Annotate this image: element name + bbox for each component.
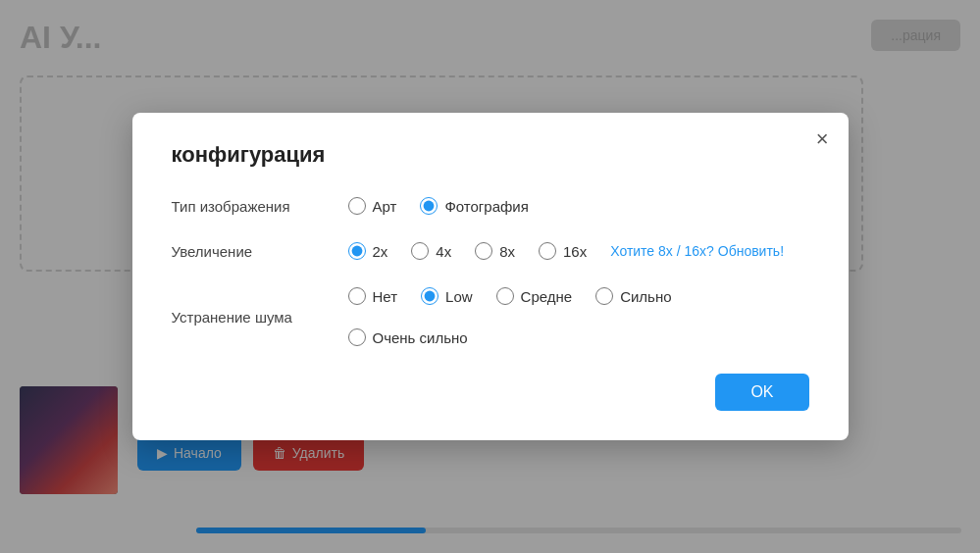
2x-option[interactable]: 2x: [348, 242, 388, 260]
config-dialog: конфигурация × Тип изображения Арт Фотог…: [132, 113, 849, 440]
noise-high-radio[interactable]: [595, 287, 613, 305]
noise-high-option[interactable]: Сильно: [595, 287, 671, 305]
2x-radio[interactable]: [348, 242, 366, 260]
noise-low-label: Low: [445, 288, 473, 305]
modal-overlay: конфигурация × Тип изображения Арт Фотог…: [0, 0, 980, 553]
noise-none-radio[interactable]: [348, 287, 366, 305]
16x-label: 16x: [563, 243, 587, 260]
noise-very-high-label: Очень сильно: [373, 329, 468, 346]
16x-option[interactable]: 16x: [539, 242, 587, 260]
upgrade-link[interactable]: Хотите 8х / 16х? Обновить!: [610, 243, 784, 259]
noise-medium-label: Средне: [521, 288, 573, 305]
2x-label: 2x: [373, 243, 388, 260]
noise-options: Нет Low Средне Сильно Очень сильно: [348, 287, 809, 346]
noise-medium-radio[interactable]: [496, 287, 514, 305]
noise-high-label: Сильно: [620, 288, 671, 305]
art-option[interactable]: Арт: [348, 197, 397, 215]
ok-button[interactable]: OK: [715, 374, 808, 411]
noise-low-radio[interactable]: [421, 287, 438, 305]
magnification-label: Увеличение: [172, 243, 348, 260]
8x-radio[interactable]: [475, 242, 492, 260]
8x-label: 8x: [499, 243, 515, 260]
image-type-options: Арт Фотография: [348, 197, 529, 215]
image-type-label: Тип изображения: [172, 198, 348, 215]
art-radio[interactable]: [348, 197, 366, 215]
16x-radio[interactable]: [539, 242, 556, 260]
noise-reduction-row: Устранение шума Нет Low Средне Сильно: [172, 287, 809, 346]
noise-medium-option[interactable]: Средне: [496, 287, 573, 305]
4x-label: 4x: [436, 243, 451, 260]
photo-radio[interactable]: [420, 197, 438, 215]
close-button[interactable]: ×: [816, 128, 829, 150]
magnification-row: Увеличение 2x 4x 8x 16x Хотит: [172, 242, 809, 260]
photo-label: Фотография: [444, 198, 528, 215]
noise-low-option[interactable]: Low: [421, 287, 473, 305]
4x-option[interactable]: 4x: [411, 242, 451, 260]
4x-radio[interactable]: [411, 242, 429, 260]
noise-none-option[interactable]: Нет: [348, 287, 398, 305]
dialog-footer: OK: [172, 374, 809, 411]
dialog-title: конфигурация: [172, 142, 809, 168]
noise-very-high-radio[interactable]: [348, 328, 366, 346]
magnification-options: 2x 4x 8x 16x Хотите 8х / 16х? Обновить!: [348, 242, 785, 260]
8x-option[interactable]: 8x: [475, 242, 515, 260]
noise-none-label: Нет: [373, 288, 398, 305]
noise-reduction-label: Устранение шума: [172, 309, 348, 326]
photo-option[interactable]: Фотография: [420, 197, 528, 215]
noise-very-high-option[interactable]: Очень сильно: [348, 328, 468, 346]
image-type-row: Тип изображения Арт Фотография: [172, 197, 809, 215]
art-label: Арт: [373, 198, 397, 215]
